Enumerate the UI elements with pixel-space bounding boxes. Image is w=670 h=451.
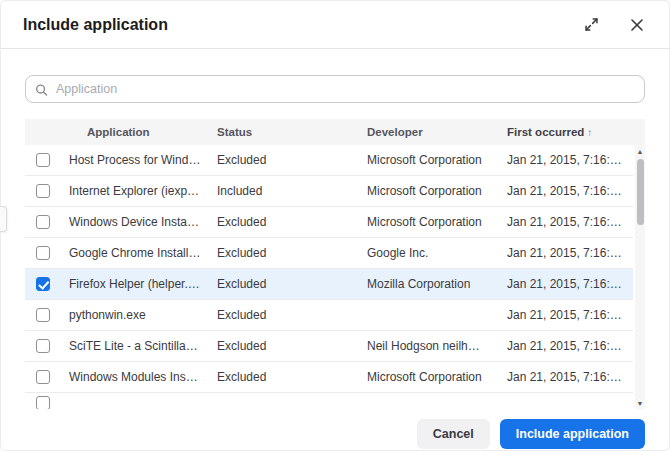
row-status: Included (209, 184, 359, 198)
row-first-occurred: Jan 21, 2015, 7:16:11 AM (499, 308, 633, 322)
scroll-down-icon[interactable]: ▼ (635, 397, 645, 409)
row-checkbox-cell (25, 277, 61, 291)
row-developer: Neil Hodgson neilh@scinti... (359, 339, 499, 353)
row-status: Excluded (209, 246, 359, 260)
row-application: Firefox Helper (helper.exe) (61, 277, 209, 291)
search-input[interactable] (25, 75, 645, 103)
include-application-button[interactable]: Include application (500, 419, 645, 449)
row-first-occurred: Jan 21, 2015, 7:16:11 AM (499, 215, 633, 229)
row-status: Excluded (209, 153, 359, 167)
table-header: Application Status Developer First occur… (25, 119, 645, 145)
table-row[interactable]: Firefox Helper (helper.exe)ExcludedMozil… (25, 269, 633, 300)
search-container (25, 75, 645, 103)
row-application: pythonwin.exe (61, 308, 209, 322)
row-checkbox[interactable] (36, 184, 50, 198)
expand-button[interactable] (581, 15, 601, 35)
row-first-occurred: Jan 21, 2015, 7:16:11 AM (499, 184, 633, 198)
row-status: Excluded (209, 339, 359, 353)
row-developer: Google Inc. (359, 246, 499, 260)
scroll-up-icon[interactable]: ▲ (635, 145, 645, 157)
table-row[interactable]: SciTE Lite - a Scintilla bas...ExcludedN… (25, 331, 633, 362)
modal-footer: Cancel Include application (1, 409, 669, 451)
table-row[interactable]: Host Process for Windows...ExcludedMicro… (25, 145, 633, 176)
row-status: Excluded (209, 370, 359, 384)
expand-icon (584, 17, 599, 32)
modal-title: Include application (23, 16, 168, 34)
table-row[interactable] (25, 393, 633, 409)
row-checkbox[interactable] (36, 339, 50, 353)
sort-ascending-icon: ↑ (587, 127, 592, 138)
scrollbar-track[interactable] (635, 157, 645, 397)
row-checkbox[interactable] (36, 153, 50, 167)
row-application: SciTE Lite - a Scintilla bas... (61, 339, 209, 353)
row-first-occurred: Jan 21, 2015, 7:16:11 AM (499, 339, 633, 353)
close-icon (630, 18, 644, 32)
row-first-occurred: Jan 21, 2015, 7:16:11 AM (499, 370, 633, 384)
row-status: Excluded (209, 277, 359, 291)
close-button[interactable] (627, 15, 647, 35)
row-checkbox-cell (25, 215, 61, 229)
table-body: Host Process for Windows...ExcludedMicro… (25, 145, 645, 409)
column-header-status[interactable]: Status (209, 126, 359, 138)
row-developer: Microsoft Corporation (359, 215, 499, 229)
row-checkbox[interactable] (36, 246, 50, 260)
table-row[interactable]: Internet Explorer (iexplore...IncludedMi… (25, 176, 633, 207)
row-application: Host Process for Windows... (61, 153, 209, 167)
table-row[interactable]: Windows Modules Installe...ExcludedMicro… (25, 362, 633, 393)
row-checkbox[interactable] (36, 396, 50, 409)
row-application: Internet Explorer (iexplore... (61, 184, 209, 198)
row-application: Windows Device Installati... (61, 215, 209, 229)
row-checkbox[interactable] (36, 308, 50, 322)
table-row[interactable]: pythonwin.exeExcludedJan 21, 2015, 7:16:… (25, 300, 633, 331)
row-checkbox-cell (25, 339, 61, 353)
row-checkbox[interactable] (36, 370, 50, 384)
row-checkbox-cell (25, 184, 61, 198)
table-row[interactable]: Windows Device Installati...ExcludedMicr… (25, 207, 633, 238)
row-developer: Mozilla Corporation (359, 277, 499, 291)
row-checkbox-cell (25, 308, 61, 322)
row-first-occurred: Jan 21, 2015, 7:16:11 AM (499, 153, 633, 167)
row-status: Excluded (209, 215, 359, 229)
scrollbar-thumb[interactable] (637, 159, 644, 225)
row-checkbox-cell (25, 153, 61, 167)
column-header-application[interactable]: Application (61, 126, 209, 138)
row-developer: Microsoft Corporation (359, 153, 499, 167)
row-checkbox-cell (25, 246, 61, 260)
applications-table: Application Status Developer First occur… (25, 119, 645, 409)
row-developer: Microsoft Corporation (359, 370, 499, 384)
row-status: Excluded (209, 308, 359, 322)
row-checkbox-cell (25, 393, 61, 409)
row-checkbox-cell (25, 370, 61, 384)
row-first-occurred: Jan 21, 2015, 7:16:11 AM (499, 277, 633, 291)
table-scrollbar[interactable]: ▲ ▼ (635, 145, 645, 409)
include-application-modal: Include application (0, 0, 670, 451)
row-developer: Microsoft Corporation (359, 184, 499, 198)
row-checkbox[interactable] (36, 215, 50, 229)
row-application: Google Chrome Installer (... (61, 246, 209, 260)
row-checkbox[interactable] (36, 277, 50, 291)
cancel-button[interactable]: Cancel (417, 419, 490, 449)
column-header-first-occurred[interactable]: First occurred↑ (499, 126, 645, 138)
column-header-developer[interactable]: Developer (359, 126, 499, 138)
table-row[interactable]: Google Chrome Installer (...ExcludedGoog… (25, 238, 633, 269)
row-first-occurred: Jan 21, 2015, 7:16:11 AM (499, 246, 633, 260)
modal-header: Include application (1, 1, 669, 49)
row-application: Windows Modules Installe... (61, 370, 209, 384)
background-panel-handle (0, 206, 7, 232)
column-header-first-occurred-label: First occurred (507, 126, 584, 138)
header-actions (581, 15, 647, 35)
